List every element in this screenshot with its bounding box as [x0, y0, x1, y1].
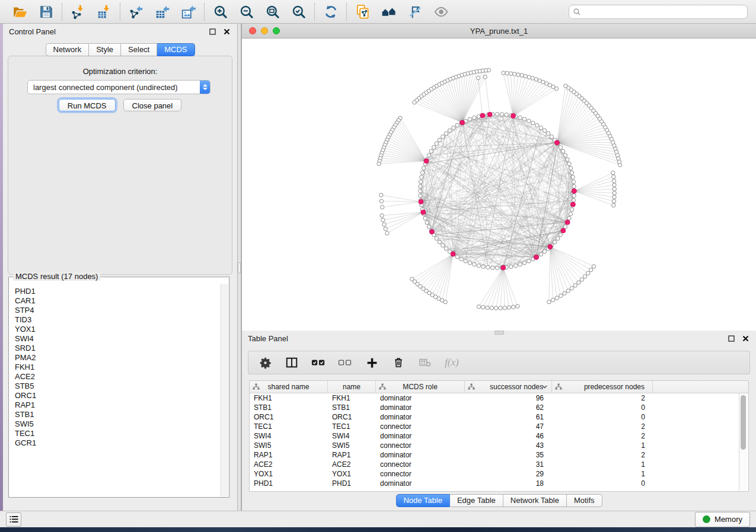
- network-node[interactable]: [468, 117, 471, 121]
- table-row[interactable]: SWI4SWI4dominator462: [250, 431, 748, 441]
- network-node[interactable]: [556, 236, 560, 240]
- zoom-fit-icon[interactable]: [264, 4, 281, 20]
- vertical-splitter-handle[interactable]: [238, 262, 241, 273]
- network-node[interactable]: [589, 268, 593, 271]
- network-node[interactable]: [419, 180, 422, 184]
- dominator-node[interactable]: [451, 252, 455, 257]
- memory-button[interactable]: Memory: [695, 512, 750, 527]
- network-node[interactable]: [419, 194, 422, 197]
- network-node[interactable]: [455, 123, 459, 127]
- network-node[interactable]: [613, 183, 616, 187]
- network-node[interactable]: [499, 306, 502, 310]
- dominator-node[interactable]: [572, 188, 576, 193]
- import-table-icon[interactable]: [96, 4, 113, 20]
- network-node[interactable]: [592, 264, 595, 268]
- run-mcds-button[interactable]: Run MCDS: [59, 99, 116, 111]
- mcds-result-item[interactable]: ACE2: [15, 372, 221, 382]
- network-node[interactable]: [555, 296, 559, 300]
- network-node[interactable]: [534, 78, 538, 81]
- network-node[interactable]: [551, 298, 554, 302]
- network-node[interactable]: [570, 171, 573, 174]
- network-node[interactable]: [573, 284, 577, 287]
- network-node[interactable]: [481, 305, 485, 309]
- network-node[interactable]: [543, 129, 546, 132]
- network-node[interactable]: [438, 240, 441, 243]
- network-node[interactable]: [567, 162, 571, 165]
- mcds-result-item[interactable]: SRD1: [15, 344, 221, 353]
- open-session-icon[interactable]: [12, 4, 28, 20]
- network-node[interactable]: [477, 264, 480, 267]
- network-node[interactable]: [612, 203, 615, 207]
- mcds-result-item[interactable]: STB1: [15, 410, 221, 419]
- tab-select[interactable]: Select: [121, 43, 157, 56]
- network-node[interactable]: [464, 259, 467, 263]
- network-node[interactable]: [586, 271, 590, 275]
- network-node[interactable]: [553, 240, 557, 243]
- network-node[interactable]: [612, 200, 615, 203]
- hide-selected-icon[interactable]: [407, 4, 423, 20]
- export-table-icon[interactable]: [154, 4, 171, 20]
- network-node[interactable]: [441, 135, 444, 139]
- network-node[interactable]: [495, 266, 499, 270]
- network-node[interactable]: [550, 135, 553, 139]
- add-column-icon[interactable]: [365, 355, 379, 370]
- network-node[interactable]: [531, 76, 534, 80]
- zoom-selected-icon[interactable]: [291, 4, 307, 20]
- search-input[interactable]: [569, 5, 748, 19]
- float-panel-icon[interactable]: [208, 27, 217, 36]
- table-scrollbar[interactable]: [739, 393, 748, 491]
- network-node[interactable]: [547, 300, 551, 304]
- table-row[interactable]: ORC1ORC1dominator610: [250, 412, 748, 422]
- network-node[interactable]: [580, 278, 583, 281]
- network-node[interactable]: [522, 261, 526, 265]
- dominator-node[interactable]: [534, 255, 538, 259]
- network-node[interactable]: [432, 146, 435, 149]
- network-node[interactable]: [460, 257, 463, 261]
- network-node[interactable]: [500, 113, 503, 116]
- network-node[interactable]: [505, 71, 509, 75]
- network-node[interactable]: [527, 259, 531, 263]
- network-node[interactable]: [441, 243, 444, 247]
- table-scrollbar-thumb[interactable]: [741, 395, 746, 450]
- network-node[interactable]: [420, 171, 424, 174]
- network-node[interactable]: [569, 166, 572, 170]
- deselect-all-icon[interactable]: [338, 355, 352, 370]
- network-node[interactable]: [612, 179, 615, 182]
- zoom-in-icon[interactable]: [212, 4, 229, 20]
- network-node[interactable]: [427, 153, 430, 157]
- mcds-result-item[interactable]: CAR1: [15, 296, 221, 306]
- network-node[interactable]: [527, 75, 531, 79]
- network-node[interactable]: [535, 123, 538, 127]
- network-node[interactable]: [613, 187, 616, 191]
- mcds-result-item[interactable]: STP4: [15, 306, 221, 315]
- network-node[interactable]: [572, 198, 575, 202]
- network-node[interactable]: [490, 266, 494, 270]
- import-network-icon[interactable]: [70, 4, 87, 20]
- network-node[interactable]: [563, 153, 567, 157]
- network-node[interactable]: [483, 75, 487, 79]
- table-row[interactable]: RAP1RAP1dominator352: [250, 450, 748, 460]
- dominator-node[interactable]: [487, 112, 492, 117]
- network-node[interactable]: [512, 72, 516, 76]
- export-network-icon[interactable]: [128, 4, 145, 20]
- column-header-mcds-role[interactable]: MCDS role: [376, 381, 465, 393]
- network-node[interactable]: [476, 76, 480, 79]
- network-node[interactable]: [611, 171, 615, 174]
- network-node[interactable]: [539, 252, 543, 256]
- network-node[interactable]: [572, 194, 576, 197]
- show-panels-button[interactable]: [6, 512, 21, 527]
- mcds-result-item[interactable]: TID3: [15, 315, 221, 325]
- network-node[interactable]: [429, 149, 433, 153]
- dominator-node[interactable]: [421, 210, 426, 214]
- criterion-select[interactable]: largest connected component (undirected): [27, 80, 210, 94]
- network-node[interactable]: [380, 214, 384, 217]
- network-node[interactable]: [572, 180, 575, 184]
- network-node[interactable]: [502, 71, 505, 75]
- zoom-out-icon[interactable]: [238, 4, 255, 20]
- dominator-node[interactable]: [511, 114, 516, 118]
- network-node[interactable]: [561, 149, 564, 153]
- network-node[interactable]: [518, 116, 522, 119]
- dominator-node[interactable]: [419, 200, 423, 204]
- network-node[interactable]: [418, 189, 422, 193]
- network-node[interactable]: [522, 117, 526, 121]
